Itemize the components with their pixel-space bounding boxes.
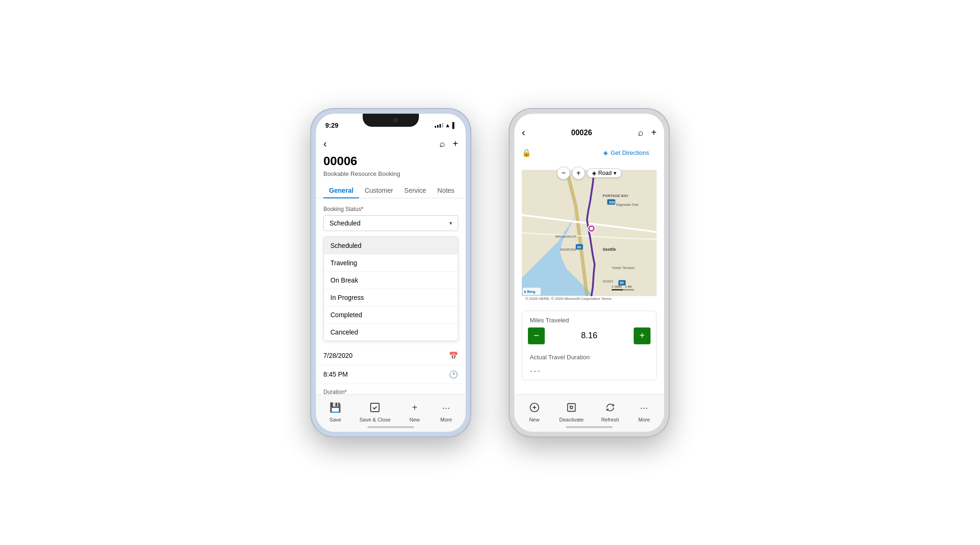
save-label: Save [329, 417, 341, 422]
miles-stepper-row: − 8.16 + [522, 327, 656, 350]
svg-rect-0 [371, 403, 379, 412]
wifi-icon: ▲ [445, 122, 451, 129]
new-button-left[interactable]: + New [403, 398, 426, 424]
save-button[interactable]: 💾 Save [324, 398, 347, 424]
dots-indicator: --- [522, 364, 656, 380]
save-close-button[interactable]: Save & Close [356, 398, 395, 424]
miles-plus-button[interactable]: + [634, 327, 651, 344]
date-value: 7/28/2020 [323, 352, 352, 359]
add-icon-right[interactable]: + [651, 127, 657, 138]
save-close-icon [367, 400, 382, 415]
booking-status-menu: Scheduled Traveling On Break In Progress… [323, 237, 458, 341]
notch-left [363, 114, 419, 127]
calendar-icon: 📅 [449, 351, 458, 360]
phone-left-screen: 9:29 ▲ ▌ ‹ ⌕ + [316, 114, 466, 432]
tabs-left: General Customer Service Notes [316, 183, 466, 198]
date-field[interactable]: 7/28/2020 📅 [316, 347, 466, 365]
signal-icon [435, 123, 443, 128]
nav-actions-left: ⌕ + [439, 138, 458, 149]
page-title-left: 00006 [316, 154, 466, 168]
map-type-icon: ◈ [592, 170, 596, 176]
zoom-out-button[interactable]: − [557, 167, 570, 180]
page-subtitle-left: Bookable Resource Booking [316, 170, 466, 177]
search-icon-left[interactable]: ⌕ [439, 138, 445, 149]
map-svg: b Bing 1 miles 1 km PORTAGE BAY Edgewate… [522, 163, 657, 303]
option-traveling[interactable]: Traveling [324, 254, 458, 272]
more-label-left: More [440, 417, 452, 422]
svg-rect-9 [623, 289, 634, 291]
search-icon-right[interactable]: ⌕ [638, 127, 644, 138]
miles-minus-button[interactable]: − [528, 327, 545, 344]
svg-text:90: 90 [620, 281, 624, 285]
svg-text:520: 520 [609, 200, 615, 204]
option-in-progress[interactable]: In Progress [324, 289, 458, 306]
svg-text:Seattle: Seattle [603, 247, 616, 252]
dropdown-selected-value: Scheduled [329, 219, 360, 227]
home-indicator-right [566, 426, 613, 428]
svg-rect-28 [568, 404, 576, 412]
new-button-right[interactable]: New [523, 398, 546, 424]
time-field[interactable]: 8:45 PM 🕐 [316, 365, 466, 384]
save-close-label: Save & Close [359, 417, 391, 422]
page-title-right: 00026 [571, 129, 592, 137]
svg-line-30 [570, 406, 570, 407]
option-canceled[interactable]: Canceled [324, 324, 458, 341]
zoom-in-button[interactable]: + [572, 167, 585, 180]
map-type-button[interactable]: ◈ Road ▾ [587, 168, 622, 178]
plus-icon: + [639, 330, 645, 341]
svg-text:99: 99 [577, 245, 581, 249]
actual-travel-label: Actual Travel Duration [522, 350, 656, 364]
svg-text:MADRONA: MADRONA [560, 248, 577, 251]
home-indicator-left [367, 426, 414, 428]
map-controls: − + ◈ Road ▾ [557, 167, 622, 180]
directions-icon: ◈ [603, 149, 608, 156]
tab-customer[interactable]: Customer [359, 183, 399, 198]
save-icon: 💾 [328, 400, 343, 415]
tab-service[interactable]: Service [399, 183, 432, 198]
miles-traveled-label: Miles Traveled [522, 311, 656, 327]
time-value: 8:45 PM [323, 371, 348, 378]
phone-right: ‹ 00026 ⌕ + 🔒 ◈ Get Directions [509, 108, 670, 437]
new-icon-left: + [407, 400, 422, 415]
phone-right-screen: ‹ 00026 ⌕ + 🔒 ◈ Get Directions [514, 114, 664, 432]
booking-status-required: * [361, 206, 364, 212]
miles-traveled-section: Miles Traveled − 8.16 + Actual Travel Du… [522, 311, 657, 380]
svg-text:1 km: 1 km [625, 285, 632, 288]
booking-status-dropdown[interactable]: Scheduled ▾ [323, 215, 458, 231]
signal-bar-3 [439, 124, 441, 128]
booking-status-label: Booking Status* [316, 206, 466, 212]
get-directions-label: Get Directions [611, 149, 649, 156]
clock-icon: 🕐 [449, 370, 458, 379]
phones-container: 9:29 ▲ ▌ ‹ ⌕ + [310, 108, 670, 437]
minus-icon: − [534, 330, 539, 341]
add-icon-left[interactable]: + [453, 138, 458, 149]
option-completed[interactable]: Completed [324, 306, 458, 324]
map-attribution: © 2020 HERE, © 2020 Microsoft Corporatio… [524, 296, 613, 301]
lock-icon: 🔒 [522, 148, 531, 157]
nav-actions-right: ⌕ + [638, 127, 657, 138]
deactivate-icon [564, 400, 579, 415]
refresh-icon [603, 400, 618, 415]
phone-left: 9:29 ▲ ▌ ‹ ⌕ + [310, 108, 471, 437]
tab-general[interactable]: General [323, 183, 359, 198]
nav-bar-right: ‹ 00026 ⌕ + [514, 123, 664, 143]
more-button-left[interactable]: ··· More [435, 398, 457, 424]
signal-bar-1 [435, 126, 436, 128]
back-button-left[interactable]: ‹ [323, 138, 327, 150]
signal-bar-2 [437, 125, 439, 128]
option-on-break[interactable]: On Break [324, 272, 458, 289]
refresh-label: Refresh [601, 417, 619, 422]
map-type-arrow: ▾ [614, 170, 616, 176]
new-icon-right [527, 400, 542, 415]
more-label-right: More [638, 417, 650, 422]
more-icon-left: ··· [439, 400, 453, 415]
new-label-left: New [410, 417, 420, 422]
more-icon-right: ··· [636, 400, 651, 415]
back-button-right[interactable]: ‹ [522, 127, 525, 139]
refresh-button[interactable]: Refresh [597, 398, 623, 424]
deactivate-button[interactable]: Deactivate [556, 398, 587, 424]
more-button-right[interactable]: ··· More [633, 398, 655, 424]
get-directions-button[interactable]: ◈ Get Directions [596, 145, 657, 160]
tab-notes[interactable]: Notes [432, 183, 461, 198]
option-scheduled[interactable]: Scheduled [324, 237, 458, 254]
